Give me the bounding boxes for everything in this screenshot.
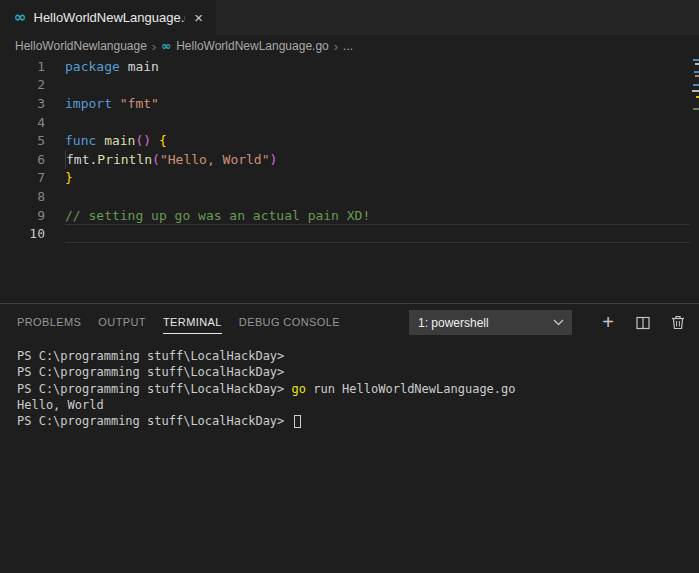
token-comment: // setting up go was an actual pain XD! [65,208,370,223]
terminal-selector-dropdown[interactable]: 1: powershell [409,310,572,335]
code-line-9[interactable]: 9// setting up go was an actual pain XD! [0,206,699,225]
token-term: PS C:\programming stuff\LocalHackDay> [17,382,292,396]
line-content: import "fmt" [65,94,690,113]
terminal-cursor [294,415,301,428]
line-content [65,113,690,132]
token-func: main [104,133,135,148]
code-line-4[interactable]: 4 [0,113,699,132]
terminal-actions: + [586,310,691,336]
code-line-6[interactable]: 6 fmt.Println("Hello, World") [0,150,699,169]
terminal-line-1: PS C:\programming stuff\LocalHackDay> [17,348,699,364]
breadcrumb: HelloWorldNewlanguage › ∞ HelloWorldNewL… [0,35,699,57]
token-string: "Hello, World" [160,152,270,167]
line-content: } [65,169,690,188]
token-func: Println [97,152,152,167]
line-number: 10 [0,226,45,241]
token-string: "fmt" [120,96,159,111]
line-number: 7 [0,170,45,185]
token-keyword: func [65,133,104,148]
token-term: run HelloWorldNewLanguage.go [306,382,516,396]
line-content [65,224,690,243]
minimap-line [693,84,699,86]
code-editor[interactable]: 1package main23import "fmt"45func main()… [0,57,699,303]
go-file-icon: ∞ [161,40,171,52]
line-content [65,187,690,206]
panel-tab-debug-console[interactable]: DEBUG CONSOLE [239,312,340,334]
kill-terminal-button[interactable] [665,310,691,336]
line-content: package main [65,57,690,76]
token-keyword: import [65,96,120,111]
token-code [151,133,159,148]
terminal-line-3: PS C:\programming stuff\LocalHackDay> go… [17,381,699,397]
breadcrumb-file[interactable]: HelloWorldNewLanguage.go [176,39,329,53]
panel-tab-problems[interactable]: PROBLEMS [17,312,81,334]
minimap[interactable] [691,57,699,303]
code-line-5[interactable]: 5func main() { [0,131,699,150]
panel-tab-terminal[interactable]: TERMINAL [163,312,222,334]
minimap-line [695,63,699,65]
line-number: 2 [0,77,45,92]
code-line-2[interactable]: 2 [0,76,699,95]
line-number: 3 [0,96,45,111]
minimap-line [692,90,699,92]
line-number: 8 [0,189,45,204]
trash-icon [671,315,685,330]
token-paren: ) [270,152,278,167]
token-paren: ( [152,152,160,167]
plus-icon: + [602,312,614,332]
terminal-selector-value: 1: powershell [418,316,489,330]
code-line-1[interactable]: 1package main [0,57,699,76]
chevron-right-icon: › [334,40,338,53]
token-code: main [128,59,159,74]
token-termYellow: go [292,382,306,396]
bottom-panel: PROBLEMSOUTPUTTERMINALDEBUG CONSOLE 1: p… [0,303,699,573]
line-number: 6 [0,152,45,167]
token-brace: { [159,133,167,148]
line-content [65,76,690,95]
minimap-line [693,108,699,110]
new-terminal-button[interactable]: + [595,310,621,336]
editor-tab-bar: ∞ HelloWorldNewLanguage.go × [0,0,699,35]
line-number: 5 [0,133,45,148]
go-file-icon: ∞ [14,10,27,25]
chevron-right-icon: › [152,40,156,53]
terminal-output[interactable]: PS C:\programming stuff\LocalHackDay>PS … [0,341,699,573]
code-line-7[interactable]: 7} [0,169,699,188]
line-content: func main() { [65,131,690,150]
terminal-line-4: Hello, World [17,397,699,413]
breadcrumb-symbol-more[interactable]: ... [343,39,353,53]
token-paren: () [135,133,151,148]
tab-label: HelloWorldNewLanguage.go [34,10,186,25]
minimap-line [693,59,699,61]
line-number: 9 [0,208,45,223]
breadcrumb-folder[interactable]: HelloWorldNewlanguage [15,39,147,53]
panel-header: PROBLEMSOUTPUTTERMINALDEBUG CONSOLE 1: p… [0,304,699,341]
code-line-3[interactable]: 3import "fmt" [0,94,699,113]
terminal-line-2: PS C:\programming stuff\LocalHackDay> [17,364,699,380]
token-term: PS C:\programming stuff\LocalHackDay> [17,414,292,428]
line-content: fmt.Println("Hello, World") [65,150,690,169]
token-brace: } [65,170,73,185]
token-term: PS C:\programming stuff\LocalHackDay> [17,365,284,379]
code-line-8[interactable]: 8 [0,187,699,206]
code-line-10[interactable]: 10 [0,224,699,243]
line-number: 1 [0,59,45,74]
minimap-line [695,75,699,77]
terminal-line-5: PS C:\programming stuff\LocalHackDay> [17,413,699,429]
chevron-down-icon [553,319,564,326]
panel-tab-output[interactable]: OUTPUT [98,312,146,334]
split-pane-icon [636,316,650,330]
line-number: 4 [0,115,45,130]
minimap-line [694,71,699,73]
token-term: PS C:\programming stuff\LocalHackDay> [17,349,284,363]
vscode-window: ∞ HelloWorldNewLanguage.go × HelloWorldN… [0,0,699,573]
token-term: Hello, World [17,398,104,412]
panel-tabs: PROBLEMSOUTPUTTERMINALDEBUG CONSOLE [17,304,357,341]
close-tab-icon[interactable]: × [191,9,206,26]
line-content: // setting up go was an actual pain XD! [65,206,690,225]
token-code: fmt. [66,152,97,167]
token-keyword: package [65,59,128,74]
tab-helloworldnewlanguage-go[interactable]: ∞ HelloWorldNewLanguage.go × [0,0,216,35]
split-terminal-button[interactable] [630,310,656,336]
code-lines: 1package main23import "fmt"45func main()… [0,57,699,243]
